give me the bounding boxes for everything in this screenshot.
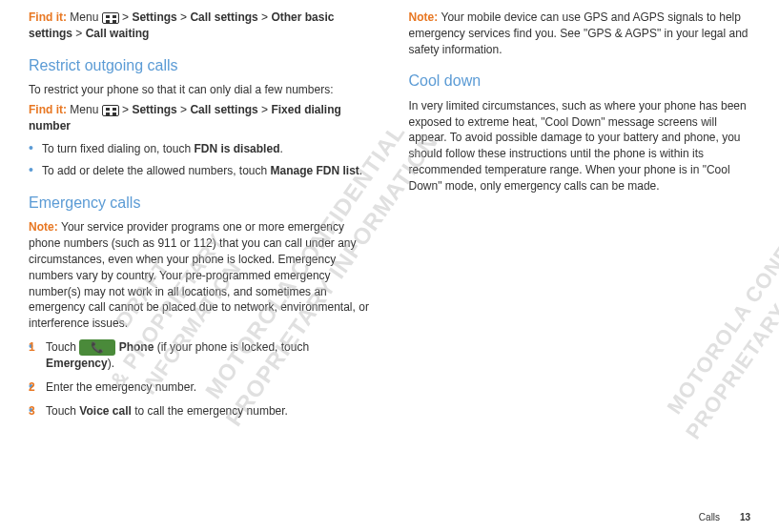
find-it-label: Find it: xyxy=(29,103,70,116)
step-number: 2 xyxy=(29,379,35,396)
note-label: Note: xyxy=(409,10,441,24)
list-item: To turn fixed dialing on, touch FDN is d… xyxy=(29,141,371,157)
heading-emergency: Emergency calls xyxy=(29,193,371,214)
footer-page: 13 xyxy=(740,512,750,522)
note-label: Note: xyxy=(29,220,61,234)
cooldown-text: In very limited circumstances, such as w… xyxy=(409,98,751,194)
emergency-note: Note: Your service provider programs one… xyxy=(29,219,371,332)
right-column: Note: Your mobile device can use GPS and… xyxy=(409,10,751,427)
find-it-label: Find it: xyxy=(29,10,70,24)
list-item: 1 Touch 📞 Phone (if your phone is locked… xyxy=(29,339,371,372)
restrict-intro: To restrict your phone so that it can on… xyxy=(29,82,371,98)
menu-icon xyxy=(102,12,119,24)
list-item: 3 Touch Voice call to call the emergency… xyxy=(29,403,371,419)
step-number: 3 xyxy=(29,403,35,419)
list-item: 2 Enter the emergency number. xyxy=(29,379,371,396)
footer-section: Calls xyxy=(699,512,720,522)
find-it-2: Find it: Menu > Settings > Call settings… xyxy=(29,102,371,134)
numbered-list: 1 Touch 📞 Phone (if your phone is locked… xyxy=(29,339,371,419)
find-it-1: Find it: Menu > Settings > Call settings… xyxy=(29,10,371,42)
heading-restrict: Restrict outgoing calls xyxy=(29,55,371,76)
step-number: 1 xyxy=(29,339,35,356)
page-footer: Calls 13 xyxy=(699,511,750,524)
heading-cooldown: Cool down xyxy=(409,71,751,92)
gps-note: Note: Your mobile device can use GPS and… xyxy=(409,10,751,57)
left-column: Find it: Menu > Settings > Call settings… xyxy=(29,10,371,427)
phone-button-icon: 📞 xyxy=(79,339,115,356)
bullet-list: To turn fixed dialing on, touch FDN is d… xyxy=(29,141,371,179)
menu-icon xyxy=(102,105,119,116)
list-item: To add or delete the allowed numbers, to… xyxy=(29,163,371,179)
